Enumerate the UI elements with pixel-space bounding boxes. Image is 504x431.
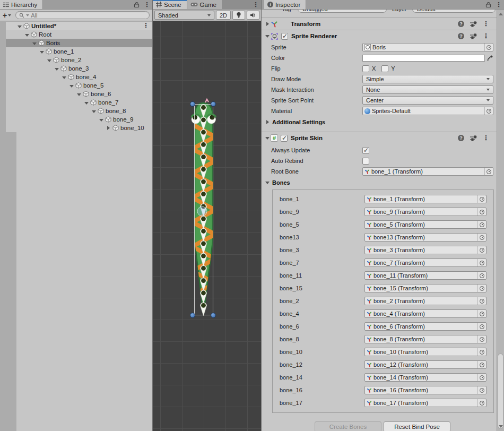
hierarchy-item[interactable]: bone_5 — [6, 81, 152, 90]
bone-object-field[interactable]: bone_4 (Transform) — [364, 309, 486, 318]
scrollbar-thumb[interactable] — [498, 354, 503, 429]
layer-dropdown[interactable]: Default — [412, 10, 496, 13]
bone-object-field[interactable]: bone_14 (Transform) — [364, 373, 486, 382]
tab-scene[interactable]: Scene — [153, 0, 187, 9]
hierarchy-item[interactable]: Untitled* — [6, 22, 152, 30]
hierarchy-item[interactable]: bone_9 — [6, 115, 152, 124]
object-picker-button[interactable] — [477, 259, 486, 266]
hierarchy-item[interactable]: bone_4 — [6, 73, 152, 81]
selection-handle-top-left[interactable] — [190, 101, 195, 107]
foldout-arrow-icon[interactable] — [264, 22, 271, 26]
inspector-scrollbar[interactable] — [497, 10, 504, 431]
hierarchy-item[interactable]: bone_2 — [6, 56, 152, 64]
bone-object-field[interactable]: bone_16 (Transform) — [364, 386, 486, 394]
selection-handle-bottom-right[interactable] — [211, 313, 216, 318]
hierarchy-item[interactable]: bone_1 — [6, 47, 152, 56]
always-update-checkbox[interactable] — [362, 147, 369, 154]
object-picker-button[interactable] — [477, 272, 486, 279]
eyedropper-icon[interactable] — [486, 55, 493, 62]
help-icon[interactable]: ? — [458, 21, 464, 27]
scroll-down-icon[interactable] — [499, 425, 503, 428]
bone-object-field[interactable]: bone_1 (Transform) — [364, 195, 486, 203]
object-picker-button[interactable] — [477, 386, 486, 394]
bone-object-field[interactable]: bone_15 (Transform) — [364, 284, 486, 292]
foldout-arrow-icon[interactable] — [90, 107, 97, 115]
scene-menu-icon[interactable] — [253, 2, 259, 8]
object-picker-button[interactable] — [477, 323, 486, 330]
scene-viewport[interactable] — [153, 21, 261, 431]
object-picker-button[interactable] — [477, 374, 486, 381]
bone-object-field[interactable]: bone_17 (Transform) — [364, 399, 486, 407]
hierarchy-item[interactable]: bone_7 — [6, 98, 152, 107]
presets-icon[interactable] — [470, 33, 477, 39]
help-icon[interactable]: ? — [458, 33, 464, 39]
object-picker-button[interactable] — [477, 361, 486, 368]
hierarchy-empty-area[interactable] — [16, 132, 152, 431]
foldout-arrow-icon[interactable] — [60, 73, 67, 81]
sprite-skin-enabled-checkbox[interactable] — [281, 135, 288, 142]
hierarchy-item[interactable]: bone_6 — [6, 90, 152, 98]
sprite-renderer-enabled-checkbox[interactable] — [281, 33, 288, 40]
auto-rebind-checkbox[interactable] — [362, 158, 369, 165]
object-picker-button[interactable] — [477, 310, 486, 317]
foldout-arrow-icon[interactable] — [16, 22, 23, 30]
object-picker-button[interactable] — [477, 208, 486, 216]
sort-point-dropdown[interactable]: Center — [362, 96, 493, 105]
bone-object-field[interactable]: bone_6 (Transform) — [364, 322, 486, 331]
root-bone-object-field[interactable]: bone_1 (Transform) — [362, 167, 493, 176]
hierarchy-menu-icon[interactable] — [144, 2, 150, 8]
sprite-object-field[interactable]: Boris — [362, 43, 493, 51]
scene-audio-button[interactable] — [247, 11, 259, 20]
color-swatch[interactable] — [362, 55, 485, 62]
sprite-skin-component-header[interactable]: Sprite Skin ? — [262, 132, 497, 144]
flip-x-checkbox[interactable] — [362, 65, 369, 72]
hierarchy-item[interactable]: bone_3 — [6, 64, 152, 73]
bone-object-field[interactable]: bone_10 (Transform) — [364, 348, 486, 356]
object-picker-button[interactable] — [477, 285, 486, 292]
foldout-arrow-icon[interactable] — [264, 137, 271, 140]
presets-icon[interactable] — [470, 21, 477, 27]
foldout-arrow-icon[interactable] — [23, 30, 30, 39]
object-picker-button[interactable] — [477, 335, 486, 343]
foldout-arrow-icon[interactable] — [53, 64, 60, 73]
object-picker-button[interactable] — [477, 221, 486, 228]
bone-object-field[interactable]: bone_5 (Transform) — [364, 220, 486, 229]
bone-object-field[interactable]: bone_3 (Transform) — [364, 246, 486, 254]
tab-game[interactable]: Game — [187, 0, 222, 9]
hierarchy-item[interactable]: Root — [6, 30, 152, 39]
scene-lighting-button[interactable] — [232, 11, 245, 20]
bone-object-field[interactable]: bone_2 (Transform) — [364, 297, 486, 305]
inspector-menu-icon[interactable] — [496, 2, 502, 8]
material-object-field[interactable]: Sprites-Default — [362, 107, 493, 115]
tag-dropdown[interactable]: Untagged — [298, 10, 387, 13]
transform-component-header[interactable]: Transform ? — [262, 18, 497, 30]
scroll-up-icon[interactable] — [499, 13, 503, 15]
object-picker-button[interactable] — [477, 348, 486, 356]
object-picker-button[interactable] — [484, 107, 493, 115]
additional-settings-foldout[interactable]: Additional Settings — [262, 116, 497, 128]
lock-icon[interactable] — [485, 2, 491, 8]
foldout-arrow-icon[interactable] — [98, 115, 105, 124]
foldout-arrow-icon[interactable] — [83, 98, 90, 107]
object-picker-button[interactable] — [477, 246, 486, 254]
bone-object-field[interactable]: bone_8 (Transform) — [364, 335, 486, 343]
object-picker-button[interactable] — [484, 168, 493, 175]
flip-y-checkbox[interactable] — [381, 65, 388, 72]
hierarchy-item[interactable]: bone_10 — [6, 124, 152, 132]
lock-icon[interactable] — [134, 2, 140, 8]
component-menu-icon[interactable] — [483, 135, 489, 141]
tab-inspector[interactable]: i Inspector — [264, 0, 306, 9]
bone-object-field[interactable]: bone_12 (Transform) — [364, 360, 486, 369]
draw-mode-dropdown[interactable]: Simple — [362, 75, 493, 83]
help-icon[interactable]: ? — [458, 135, 464, 141]
object-picker-button[interactable] — [484, 44, 493, 51]
bone-object-field[interactable]: bone_7 (Transform) — [364, 258, 486, 267]
hierarchy-search-input[interactable]: All — [15, 11, 150, 19]
foldout-arrow-icon[interactable] — [46, 56, 53, 64]
selection-handle-top-right[interactable] — [211, 101, 216, 107]
presets-icon[interactable] — [470, 135, 477, 141]
bones-foldout[interactable]: Bones — [262, 177, 497, 188]
object-picker-button[interactable] — [477, 195, 486, 203]
bone-object-field[interactable]: bone_9 (Transform) — [364, 208, 486, 216]
component-menu-icon[interactable] — [483, 33, 489, 39]
